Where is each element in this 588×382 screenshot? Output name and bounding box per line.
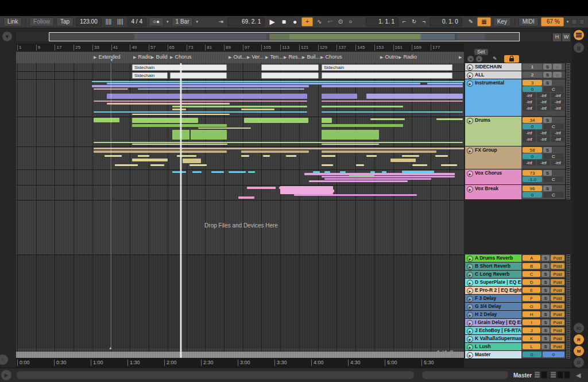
track-name[interactable]: ▶H 2 Delay	[465, 311, 521, 318]
metronome-dropdown-icon[interactable]: ▾	[166, 20, 169, 24]
clip[interactable]	[261, 72, 319, 79]
track-number[interactable]: 3	[523, 80, 542, 86]
locator-flag[interactable]: ▶Build	[151, 54, 167, 61]
clip[interactable]	[402, 155, 419, 157]
return-letter[interactable]: A	[523, 255, 540, 261]
track-name[interactable]: ▶K ValhallaSupermassi	[465, 335, 521, 342]
send-knob-value[interactable]: -inf	[537, 160, 550, 165]
loop-button[interactable]: ↻	[410, 18, 418, 26]
cpu-dropdown-icon[interactable]: ▾	[566, 20, 570, 24]
playhead[interactable]	[180, 63, 181, 358]
send-knob-value[interactable]: -inf	[523, 105, 536, 111]
overview-height-button[interactable]: H	[552, 33, 562, 42]
locator-flag[interactable]: ▶Outro	[380, 54, 398, 61]
return-track-header[interactable]: ▶A Drums ReverbASPost	[465, 254, 572, 263]
clip[interactable]	[322, 72, 452, 79]
solo-button[interactable]: S	[543, 186, 552, 191]
locator-flag[interactable]: ▶Buil...	[302, 54, 320, 61]
send-knob-value[interactable]: -inf	[537, 105, 550, 111]
play-circle-icon[interactable]: ▶	[467, 336, 473, 342]
send-knob-value[interactable]: -inf	[551, 99, 564, 105]
track-activator-icon[interactable]: ▶	[467, 171, 473, 177]
loop-start-field[interactable]: 1. 1. 1	[366, 17, 399, 26]
session-record-button[interactable]: ○	[347, 18, 354, 26]
clip[interactable]	[192, 171, 202, 173]
stop-button[interactable]: ■	[280, 18, 288, 26]
locator-flag[interactable]: ▶Ten...	[265, 54, 283, 61]
post-button[interactable]: Post	[551, 255, 564, 261]
edit-icon[interactable]: ✎	[493, 56, 497, 61]
play-circle-icon[interactable]: ▶	[467, 344, 473, 350]
post-button[interactable]: Post	[551, 319, 564, 325]
return-letter[interactable]: I	[523, 319, 540, 325]
clip[interactable]	[263, 155, 270, 157]
track-activator-icon[interactable]: ▶	[467, 80, 473, 87]
send-knob-value[interactable]: -inf	[523, 99, 536, 105]
track-activator-icon[interactable]: ▶	[467, 186, 473, 192]
volume-field[interactable]: 0	[523, 124, 542, 129]
send-knob-value[interactable]: -inf	[537, 136, 550, 142]
quantization-dropdown-icon[interactable]: ▾	[195, 20, 199, 24]
clip[interactable]	[322, 144, 379, 145]
track-name[interactable]: ▶Master	[465, 351, 521, 358]
clip[interactable]	[436, 118, 463, 120]
master-crossfade-field[interactable]: 0	[543, 352, 564, 357]
track-name[interactable]: ▶F 3 Delay	[465, 295, 521, 302]
solo-button[interactable]: S	[541, 295, 550, 301]
unfold-icon[interactable]: ▶	[467, 64, 473, 71]
clip[interactable]	[132, 159, 168, 161]
solo-button[interactable]: S	[541, 344, 550, 349]
clip[interactable]	[172, 171, 186, 173]
arrangement-overview[interactable]	[16, 32, 551, 41]
send-knob-value[interactable]: -inf	[551, 130, 564, 136]
clip[interactable]	[304, 173, 455, 175]
clip[interactable]	[92, 81, 464, 82]
crossfade-assign-button[interactable]: C	[543, 124, 564, 129]
send-knob-value[interactable]: -inf	[551, 92, 564, 98]
clip[interactable]	[322, 164, 333, 166]
clip[interactable]	[322, 101, 463, 102]
clip[interactable]: Sidechain	[132, 72, 168, 79]
track-number[interactable]: 2	[523, 72, 542, 78]
mixer-toggle-icon[interactable]: |||	[574, 43, 584, 53]
clip[interactable]	[132, 118, 198, 123]
clip[interactable]	[107, 103, 230, 105]
track-name[interactable]: ▶G 3/4 Delay	[465, 303, 521, 310]
clip[interactable]	[183, 159, 201, 163]
send-knob-value[interactable]: -inf	[537, 130, 550, 136]
clip[interactable]	[356, 164, 364, 166]
return-track-header[interactable]: ▶B Short ReverbBSPost	[465, 263, 572, 271]
clip[interactable]	[191, 130, 227, 140]
return-track-header[interactable]: ▶G 3/4 DelayGSPost	[465, 303, 572, 311]
return-letter[interactable]: D	[523, 279, 540, 285]
clip[interactable]	[322, 106, 403, 107]
punch-out-button[interactable]: ¬	[420, 18, 427, 26]
track-name[interactable]: ▶A Drums Reverb	[465, 254, 521, 262]
track-name[interactable]: ▶I Grain Delay | EQ Eig	[465, 319, 521, 326]
track-name[interactable]: ▶ALL	[465, 71, 521, 79]
clip[interactable]	[435, 155, 448, 157]
clip[interactable]	[105, 155, 122, 157]
send-knob-value[interactable]: -inf	[551, 105, 564, 111]
track-name[interactable]: ▶C Long Reverb	[465, 271, 521, 278]
link-button[interactable]: Link	[3, 17, 22, 26]
track-name[interactable]: ▶SIDECHAIN	[465, 63, 521, 71]
track-name[interactable]: ▶Instrumental	[465, 79, 521, 116]
track-name[interactable]: ▶Drums	[465, 117, 521, 146]
track-number[interactable]: 73	[523, 170, 542, 176]
track-name[interactable]: ▶B Short Reverb	[465, 263, 521, 270]
clip[interactable]	[150, 164, 164, 166]
locator-flag[interactable]: ▶Ver...	[247, 54, 264, 61]
send-knob-value[interactable]: -inf	[537, 99, 550, 105]
return-letter[interactable]: C	[523, 271, 540, 277]
solo-button[interactable]: S	[541, 279, 550, 285]
solo-button[interactable]: S	[541, 287, 550, 293]
clip[interactable]	[412, 164, 427, 166]
post-button[interactable]: Post	[551, 287, 564, 293]
clip[interactable]	[189, 164, 207, 166]
clip[interactable]	[322, 85, 463, 87]
locator-flag[interactable]: ▶E	[459, 54, 464, 61]
play-circle-icon[interactable]: ▶	[467, 320, 473, 326]
return-letter[interactable]: G	[523, 303, 540, 309]
solo-button[interactable]: S	[543, 64, 552, 70]
